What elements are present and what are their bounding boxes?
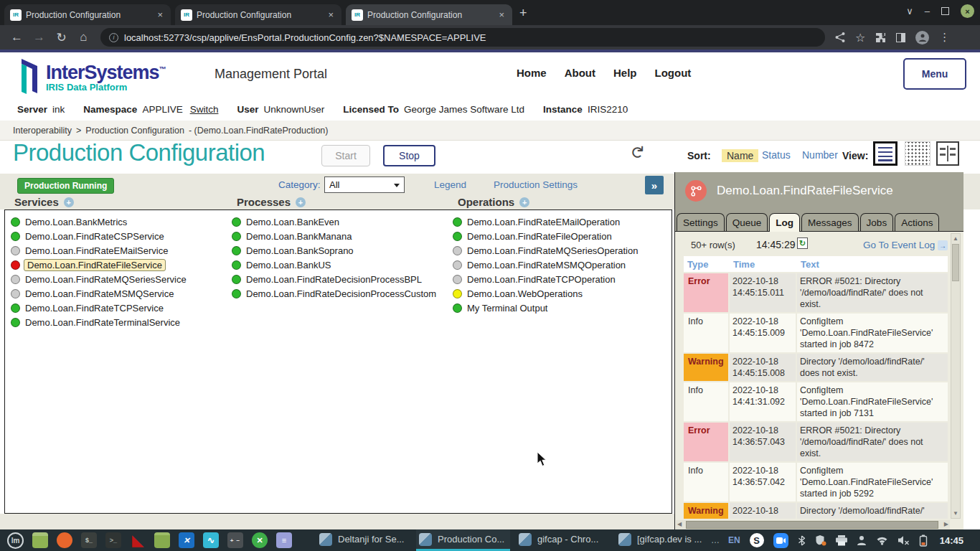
menu-button[interactable]: Menu	[903, 58, 966, 90]
component-item[interactable]: Demo.Loan.FindRateMSMQOperation	[453, 258, 668, 272]
component-item-selected[interactable]: Demo.Loan.FindRateFileService	[11, 258, 226, 272]
keyboard-layout-indicator[interactable]: EN	[728, 535, 740, 545]
tab-log[interactable]: Log	[769, 213, 800, 232]
component-item[interactable]: Demo.Loan.FindRateCSPService	[11, 229, 226, 243]
terminal-icon-2[interactable]: >_	[105, 532, 121, 548]
view-grid-icon[interactable]	[905, 141, 930, 166]
extensions-icon[interactable]	[875, 32, 886, 43]
site-info-icon[interactable]: i	[109, 33, 118, 42]
nav-home[interactable]: Home	[517, 67, 547, 79]
scroll-down-icon[interactable]: ▼	[951, 510, 960, 517]
restore-button[interactable]	[941, 7, 949, 15]
files-icon[interactable]	[32, 532, 48, 548]
component-item[interactable]: Demo.Loan.WebOperations	[453, 286, 668, 301]
browser-tab-active[interactable]: IR Production Configuration ×	[346, 4, 512, 25]
sort-option-number[interactable]: Number	[802, 149, 838, 161]
tab-jobs[interactable]: Jobs	[860, 213, 894, 231]
nav-help[interactable]: Help	[613, 67, 637, 79]
log-row[interactable]: Info 2022-10-1814:45:15.009 ConfigItem '…	[684, 314, 948, 352]
close-window-button[interactable]: ×	[961, 4, 974, 18]
window-button[interactable]: gifcap - Chro...	[516, 529, 610, 551]
bluetooth-icon[interactable]	[798, 535, 806, 546]
component-item[interactable]: Demo.Loan.FindRateMQSeriesOperation	[453, 243, 668, 258]
breadcrumb-root[interactable]: Interoperability	[13, 126, 72, 136]
refresh-log-icon[interactable]: ↻	[797, 237, 808, 249]
orange-app-icon[interactable]	[57, 532, 72, 548]
component-item[interactable]: Demo.Loan.FindRateFileOperation	[453, 229, 668, 243]
tab-actions[interactable]: Actions	[895, 213, 939, 231]
back-icon[interactable]: ←	[6, 30, 28, 44]
shield-update-icon[interactable]	[815, 534, 826, 546]
horizontal-scroll-thumb[interactable]	[686, 521, 938, 529]
component-item[interactable]: Demo.Loan.BankMetrics	[11, 215, 226, 229]
folder-icon[interactable]	[154, 532, 170, 548]
user-tray-icon[interactable]	[857, 535, 867, 545]
scroll-left-icon[interactable]: ◀	[677, 521, 682, 527]
component-item[interactable]: Demo.Loan.FindRateDecisionProcessCustom	[232, 286, 447, 301]
bookmark-star-icon[interactable]: ☆	[855, 31, 865, 44]
tab-close-icon[interactable]: ×	[326, 9, 336, 20]
log-row[interactable]: Error 2022-10-1814:36:57.043 ERROR #5021…	[684, 423, 948, 461]
notes-app-icon[interactable]: ≡	[276, 532, 292, 548]
category-select[interactable]: All	[324, 176, 405, 193]
vertical-scroll-thumb[interactable]	[952, 244, 959, 281]
component-item[interactable]: Demo.Loan.BankManana	[232, 229, 447, 243]
tab-close-icon[interactable]: ×	[496, 9, 507, 20]
profile-avatar[interactable]	[915, 31, 929, 44]
component-item[interactable]: Demo.Loan.BankUS	[232, 258, 447, 272]
window-button[interactable]: Deltanji for Se...	[316, 529, 410, 551]
tab-settings[interactable]: Settings	[677, 213, 725, 231]
component-item[interactable]: Demo.Loan.FindRateTerminalService	[11, 315, 226, 329]
log-row[interactable]: Warning 2022-10-1814:36:57.041 Directory…	[684, 503, 948, 519]
go-to-event-log-link[interactable]: Go To Event Log	[863, 240, 935, 250]
volume-muted-icon[interactable]	[897, 535, 910, 545]
component-item[interactable]: My Terminal Output	[453, 301, 668, 315]
expand-panel-button[interactable]: »	[645, 176, 664, 194]
reload-icon[interactable]: ↻	[50, 30, 72, 45]
log-header-time[interactable]: Time	[730, 259, 796, 270]
nav-about[interactable]: About	[565, 67, 595, 79]
add-service-icon[interactable]: +	[64, 197, 74, 207]
spreadsheet-app-icon[interactable]: ✕	[252, 532, 268, 548]
tab-search-icon[interactable]: ∨	[906, 6, 913, 17]
extension-box-icon[interactable]	[896, 33, 905, 42]
scroll-right-icon[interactable]: ▶	[944, 521, 948, 527]
scroll-up-icon[interactable]: ▲	[951, 235, 960, 242]
wifi-icon[interactable]	[876, 536, 888, 545]
vertical-scrollbar[interactable]: ▲ ▼	[951, 233, 961, 519]
share-icon[interactable]	[835, 32, 845, 43]
minimize-button[interactable]: –	[925, 6, 930, 17]
component-item[interactable]: Demo.Loan.FindRateTCPOperation	[453, 272, 668, 286]
log-row[interactable]: Info 2022-10-1814:41:31.092 ConfigItem '…	[684, 382, 948, 421]
component-item[interactable]: Demo.Loan.BankSoprano	[232, 243, 447, 258]
component-item[interactable]: Demo.Loan.FindRateDecisionProcessBPL	[232, 272, 447, 286]
tab-close-icon[interactable]: ×	[155, 9, 165, 20]
component-item[interactable]: Demo.Loan.FindRateEMailService	[11, 243, 226, 258]
tab-queue[interactable]: Queue	[726, 213, 768, 231]
log-header-text[interactable]: Text	[797, 259, 948, 270]
add-operation-icon[interactable]: +	[519, 197, 529, 207]
component-item[interactable]: Demo.Loan.FindRateTCPService	[11, 301, 226, 315]
log-row[interactable]: Warning 2022-10-1814:45:15.008 Directory…	[684, 354, 948, 381]
url-bar[interactable]: i localhost:52773/csp/applive/EnsPortal.…	[100, 28, 825, 47]
battery-icon[interactable]	[919, 534, 928, 547]
sort-option-name[interactable]: Name	[722, 149, 758, 162]
stop-button[interactable]: Stop	[383, 145, 435, 166]
legend-link[interactable]: Legend	[434, 179, 466, 190]
switch-link[interactable]: Switch	[190, 104, 219, 115]
event-log-arrow-icon[interactable]: →	[938, 240, 948, 250]
skype-icon[interactable]: S	[750, 533, 764, 547]
code-app-icon[interactable]: ✕	[179, 532, 194, 548]
browser-tab[interactable]: IR Production Configuration ×	[4, 4, 171, 25]
new-tab-button[interactable]: +	[519, 6, 527, 25]
log-row[interactable]: Info 2022-10-1814:36:57.042 ConfigItem '…	[684, 463, 948, 501]
view-list-icon[interactable]	[873, 141, 897, 166]
tab-messages[interactable]: Messages	[801, 213, 859, 231]
taskbar-clock[interactable]: 14:45	[940, 535, 963, 546]
printer-icon[interactable]	[836, 535, 847, 546]
system-monitor-icon[interactable]: ∿	[203, 532, 219, 548]
window-button-active[interactable]: Production Co...	[416, 529, 510, 551]
forward-icon[interactable]: →	[28, 30, 50, 44]
home-icon[interactable]: ⌂	[72, 30, 95, 44]
browser-menu-icon[interactable]: ⋮	[939, 31, 950, 44]
